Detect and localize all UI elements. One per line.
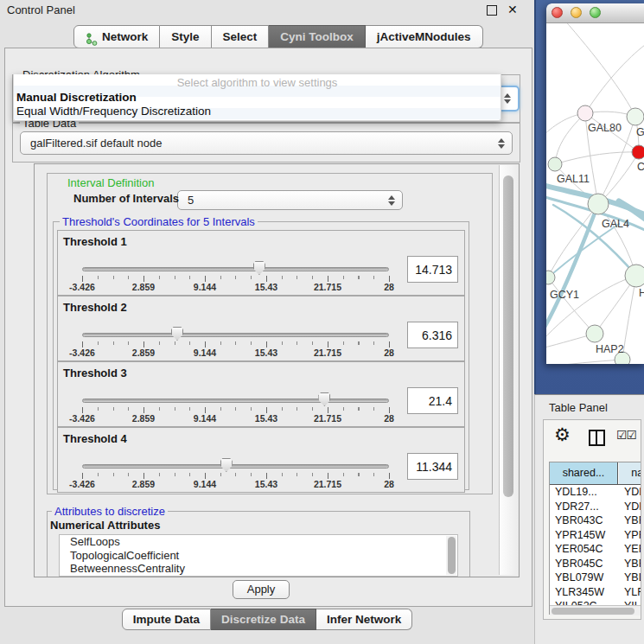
threshold-3-slider-track[interactable] [82, 399, 389, 403]
attribute-list-item[interactable]: TopologicalCoefficient [60, 549, 457, 563]
threshold-3-value-field[interactable]: 21.4 [407, 387, 458, 414]
tab-network[interactable]: Network [73, 25, 160, 48]
table-row[interactable]: YPR145W YPR1 [550, 528, 641, 543]
tab-discretize-data[interactable]: Discretize Data [211, 609, 316, 630]
column-header-shared-name[interactable]: shared... [550, 462, 618, 484]
settings-vertical-scrollbar[interactable] [499, 165, 518, 575]
node-label-clipped-h: H [639, 287, 644, 299]
threshold-2-value-field[interactable]: 6.316 [407, 322, 458, 348]
settings-scroll-container: Number of Intervals 5 Threshold's Coordi… [34, 163, 520, 577]
threshold-4-group: Threshold 4 -3.4262.8599.14415.4321.7152… [57, 427, 465, 493]
table-panel-box: ⚙ ☑☑ shared... name YDL19... YDL1 [543, 419, 641, 620]
threshold-4-value-field[interactable]: 11.344 [407, 453, 458, 480]
table-row[interactable]: YBR043C YBR0 [550, 513, 641, 528]
threshold-4-slider-thumb[interactable] [220, 458, 233, 472]
numerical-attributes-label: Numerical Attributes [50, 519, 160, 532]
tick-label: 9.144 [194, 348, 216, 358]
scrollbar-thumb[interactable] [503, 175, 513, 497]
tick-label: -3.426 [69, 282, 95, 292]
interval-definition-section: Number of Intervals 5 Threshold's Coordi… [47, 173, 493, 494]
dropdown-option-equal-width-frequency[interactable]: Equal Width/Frequency Discretization [16, 105, 211, 118]
table-row[interactable]: YDL19... YDL1 [550, 485, 641, 500]
scrollbar-thumb[interactable] [552, 608, 634, 615]
table-data-combo-value: galFiltered.sif default node [30, 132, 162, 154]
tab-cyni-toolbox[interactable]: Cyni Toolbox [269, 25, 366, 48]
node-label-gal11: GAL11 [557, 173, 590, 185]
tab-jactivemnodules-label: jActiveMNodules [377, 26, 471, 48]
checkbox-icons[interactable]: ☑☑ [616, 428, 636, 442]
tab-infer-network[interactable]: Infer Network [316, 609, 412, 630]
close-traffic-light-icon[interactable] [552, 7, 563, 18]
network-window-titlebar[interactable] [546, 3, 644, 23]
tick-label: 15.43 [255, 348, 277, 358]
tab-impute-data[interactable]: Impute Data [122, 609, 211, 630]
column-header-name[interactable]: name [619, 462, 641, 484]
float-window-icon[interactable] [487, 5, 497, 16]
table-row[interactable]: YBL079W YBL0 [550, 571, 641, 585]
tab-select-label: Select [223, 26, 258, 48]
node-label-clipped-ga: GA [636, 126, 644, 138]
tab-select[interactable]: Select [212, 25, 270, 48]
tab-network-label: Network [102, 26, 148, 48]
apply-button[interactable]: Apply [233, 580, 290, 599]
threshold-1-value-field[interactable]: 14.713 [407, 256, 458, 283]
table-row[interactable]: YER054C YER0 [550, 542, 641, 557]
tick-label: 2.859 [132, 413, 155, 424]
attribute-items: SelfLoopsTopologicalCoefficientBetweenne… [60, 535, 457, 576]
threshold-3-slider-thumb[interactable] [318, 392, 330, 406]
control-panel-titlebar: Control Panel ✕ [0, 0, 534, 19]
table-row[interactable]: YBR045C YBR0 [550, 557, 641, 571]
tick-label: 2.859 [132, 282, 155, 292]
columns-icon[interactable] [589, 430, 605, 446]
threshold-2-slider-thumb[interactable] [171, 327, 183, 341]
table-data-combo[interactable]: galFiltered.sif default node [20, 131, 513, 155]
threshold-3-group: Threshold 3 -3.4262.8599.14415.4321.7152… [57, 361, 465, 427]
threshold-2-group: Threshold 2 -3.4262.8599.14415.4321.7152… [57, 296, 465, 361]
threshold-1-group: Threshold 1 -3.4262.8599.14415.4321.7152… [57, 230, 465, 296]
threshold-4-slider-track[interactable] [82, 464, 389, 469]
threshold-2-slider-track[interactable] [82, 333, 389, 337]
numerical-attributes-list: SelfLoopsTopologicalCoefficientBetweenne… [59, 534, 458, 577]
slider-tick-labels: -3.4262.8599.14415.4321.71528 [58, 479, 464, 491]
slider-major-ticks [82, 341, 391, 348]
zoom-traffic-light-icon[interactable] [590, 7, 601, 18]
number-of-intervals-combo[interactable]: 5 [177, 190, 403, 210]
tick-label: 9.144 [194, 282, 216, 292]
attribute-list-item[interactable]: BetweennessCentrality [60, 562, 457, 576]
tick-label: 21.715 [314, 348, 341, 358]
table-header-row: shared... name [550, 462, 641, 485]
top-tab-bar: Network Style Select Cyni Toolbox jActiv… [73, 25, 483, 47]
threshold-1-slider-track[interactable] [82, 267, 389, 271]
table-panel: Table Panel ⚙ ☑☑ shared... name YDL19...… [534, 394, 644, 644]
gear-icon[interactable]: ⚙ [554, 424, 571, 445]
tab-style[interactable]: Style [160, 25, 211, 48]
minimize-traffic-light-icon[interactable] [571, 7, 582, 18]
network-view-window[interactable]: GAL80 GA C GAL11 GAL4 GCY1 H HAP2 [546, 3, 644, 364]
node-red-selected[interactable] [632, 145, 644, 159]
node-hap2[interactable] [586, 325, 603, 342]
close-icon[interactable]: ✕ [507, 3, 518, 16]
table-horizontal-scrollbar[interactable] [550, 605, 641, 615]
table-row[interactable]: YLR345W YLR3 [550, 585, 641, 600]
tab-cyni-toolbox-label: Cyni Toolbox [280, 26, 354, 48]
number-of-intervals-label: Number of Intervals [73, 192, 179, 205]
threshold-1-slider-thumb[interactable] [253, 261, 265, 275]
table-row[interactable]: YDR27... YDR2 [550, 500, 641, 514]
tab-style-label: Style [171, 26, 199, 48]
interval-definition-legend: Interval Definition [65, 176, 156, 189]
tab-jactivemnodules[interactable]: jActiveMNodules [366, 25, 483, 48]
node-label-clipped-c: C [637, 161, 644, 173]
node-right-mid[interactable] [625, 265, 644, 287]
dropdown-prompt-item[interactable]: Select algorithm to view settings [14, 76, 501, 89]
node-gal11[interactable] [548, 157, 562, 171]
table-row[interactable]: YIL052C YIL0 [550, 599, 641, 605]
attribute-list-item[interactable]: SelfLoops [60, 535, 457, 549]
node-right-top[interactable] [627, 108, 644, 125]
tick-label: 21.715 [314, 282, 341, 292]
dropdown-option-manual-discretization[interactable]: Manual Discretization [16, 91, 137, 104]
attributes-list-scrollbar[interactable] [446, 536, 456, 575]
node-gal80[interactable] [577, 105, 593, 121]
slider-major-ticks [82, 276, 391, 282]
node-gal4[interactable] [588, 194, 609, 214]
network-canvas[interactable]: GAL80 GA C GAL11 GAL4 GCY1 H HAP2 [546, 23, 644, 364]
